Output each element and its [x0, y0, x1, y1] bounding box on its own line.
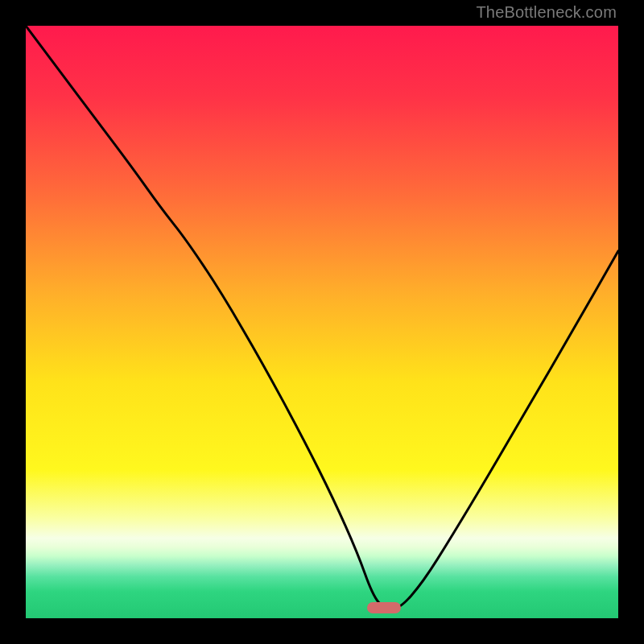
optimum-marker — [367, 602, 401, 613]
plot-area — [26, 26, 618, 618]
chart-frame: TheBottleneck.com — [0, 0, 644, 644]
bottleneck-curve — [26, 26, 618, 618]
watermark-text: TheBottleneck.com — [476, 3, 617, 22]
